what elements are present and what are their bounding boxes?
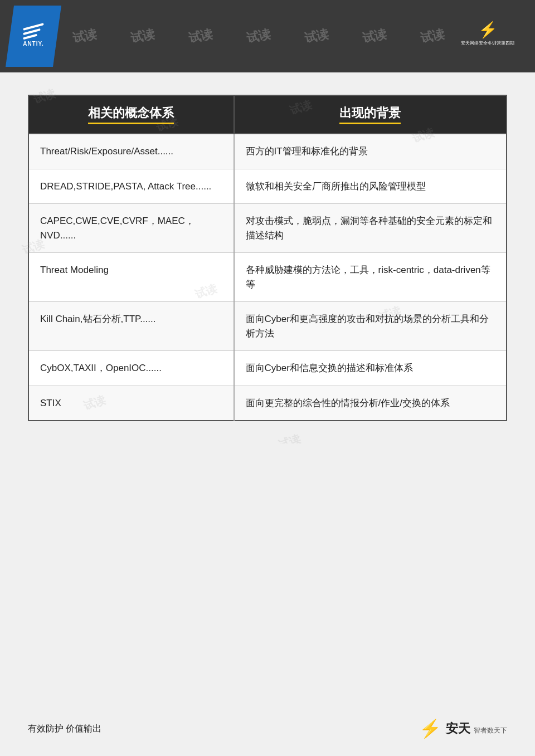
header-watermark-3: 试读	[187, 26, 215, 46]
col2-header-text: 出现的背景	[339, 105, 401, 124]
table-cell-col2-4: 面向Cyber和更高强度的攻击和对抗的场景的分析工具和分析方法	[234, 302, 507, 351]
table-header-row: 相关的概念体系 出现的背景	[28, 95, 507, 134]
col1-header-text: 相关的概念体系	[88, 105, 174, 124]
table-cell-col1-0: Threat/Risk/Exposure/Asset......	[28, 134, 234, 169]
table-cell-col1-1: DREAD,STRIDE,PASTA, Attack Tree......	[28, 169, 234, 204]
main-table: 相关的概念体系 出现的背景 Threat/Risk/Exposure/Asset…	[28, 95, 507, 421]
table-cell-col2-0: 西方的IT管理和标准化的背景	[234, 134, 507, 169]
header-watermark-6: 试读	[361, 26, 388, 46]
header-watermark-7: 试读	[419, 26, 446, 46]
table-cell-col1-6: STIX	[28, 386, 234, 421]
header: ANTIY. 试读 试读 试读 试读 试读 试读 试读 ⚡ 安天网络安全冬训营第…	[0, 0, 535, 72]
table-row: Kill Chain,钻石分析,TTP......面向Cyber和更高强度的攻击…	[28, 302, 507, 351]
table-row: Threat/Risk/Exposure/Asset......西方的IT管理和…	[28, 134, 507, 169]
company-badge: ⚡ 安天网络安全冬训营第四期	[461, 21, 514, 46]
header-watermark-5: 试读	[303, 26, 330, 46]
table-row: CAPEC,CWE,CVE,CVRF，MAEC，NVD......对攻击模式，脆…	[28, 204, 507, 253]
table-cell-col1-4: Kill Chain,钻石分析,TTP......	[28, 302, 234, 351]
table-cell-col2-2: 对攻击模式，脆弱点，漏洞等各种基础的安全元素的标定和描述结构	[234, 204, 507, 253]
table-cell-col1-2: CAPEC,CWE,CVE,CVRF，MAEC，NVD......	[28, 204, 234, 253]
header-watermark-4: 试读	[245, 26, 273, 46]
table-row: DREAD,STRIDE,PASTA, Attack Tree......微软和…	[28, 169, 507, 204]
logo: ANTIY.	[6, 6, 61, 67]
logo-text: ANTIY.	[23, 41, 44, 47]
main-content: 试读 试读 试读 试读 试读 试读 试读 试读 试读 试读 试读 试读 相关的概…	[0, 72, 535, 443]
table-row: Threat Modeling各种威胁建模的方法论，工具，risk-centri…	[28, 253, 507, 302]
logo-lines	[23, 26, 44, 38]
table-cell-col2-3: 各种威胁建模的方法论，工具，risk-centric，data-driven等等	[234, 253, 507, 302]
logo-line-1	[23, 23, 44, 31]
top-right-logo: ⚡ 安天网络安全冬训营第四期	[446, 6, 529, 61]
table-row: CybOX,TAXII，OpenIOC......面向Cyber和信息交换的描述…	[28, 351, 507, 386]
footer: 有效防护 价值输出 ⚡ 安天 智者数天下	[0, 718, 535, 739]
col2-header: 出现的背景	[234, 95, 507, 134]
footer-sub: 智者数天下	[474, 726, 507, 734]
badge-icon: ⚡	[478, 21, 498, 39]
header-watermark-1: 试读	[71, 26, 99, 46]
header-watermark-2: 试读	[129, 26, 157, 46]
body-wm-9: 试读	[277, 431, 303, 443]
footer-antiy: 安天	[446, 721, 470, 735]
footer-company-name: 安天 智者数天下	[446, 720, 507, 737]
table-cell-col1-3: Threat Modeling	[28, 253, 234, 302]
table-cell-col2-5: 面向Cyber和信息交换的描述和标准体系	[234, 351, 507, 386]
footer-logo-badge: ⚡ 安天 智者数天下	[419, 718, 507, 739]
table-cell-col2-6: 面向更完整的综合性的情报分析/作业/交换的体系	[234, 386, 507, 421]
table-cell-col2-1: 微软和相关安全厂商所推出的风险管理模型	[234, 169, 507, 204]
table-body: Threat/Risk/Exposure/Asset......西方的IT管理和…	[28, 134, 507, 421]
table-cell-col1-5: CybOX,TAXII，OpenIOC......	[28, 351, 234, 386]
col1-header: 相关的概念体系	[28, 95, 234, 134]
footer-right: ⚡ 安天 智者数天下	[419, 718, 507, 739]
footer-left-text: 有效防护 价值输出	[28, 723, 101, 735]
footer-logo-icon: ⚡	[419, 718, 441, 739]
badge-text: 安天网络安全冬训营第四期	[461, 40, 514, 46]
table-row: STIX面向更完整的综合性的情报分析/作业/交换的体系	[28, 386, 507, 421]
